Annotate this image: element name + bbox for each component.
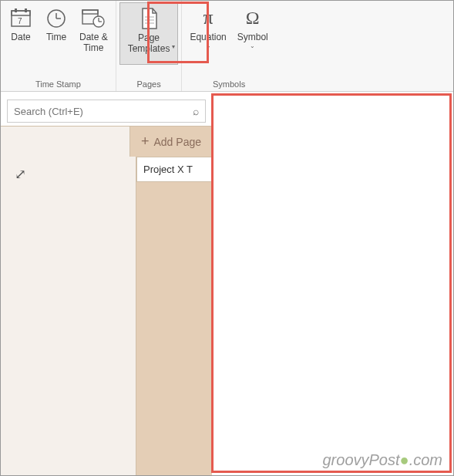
- calendar-date-icon: 7: [8, 5, 33, 30]
- page-item[interactable]: Project X T: [136, 157, 212, 182]
- clock-icon: [44, 5, 69, 30]
- date-label: Date: [11, 32, 30, 42]
- search-input[interactable]: [14, 106, 193, 117]
- svg-rect-3: [25, 8, 27, 12]
- add-page-label: Add Page: [154, 136, 202, 148]
- date-time-label: Date & Time: [79, 32, 108, 53]
- highlight-box: [147, 2, 209, 63]
- highlight-box: [211, 93, 452, 473]
- symbol-label: Symbol: [237, 32, 268, 42]
- ribbon-group-timestamp: 7 Date Time Date & Time Time Stamp: [1, 1, 116, 91]
- search-icon[interactable]: ⌕: [193, 105, 199, 117]
- group-label-pages: Pages: [136, 79, 160, 91]
- symbol-button[interactable]: Ω Symbol ⌄: [233, 2, 273, 52]
- svg-rect-9: [82, 10, 98, 14]
- page-list-area: ⤢ Project X T: [1, 157, 212, 475]
- svg-text:7: 7: [18, 17, 22, 25]
- time-label: Time: [46, 32, 66, 42]
- search-bar[interactable]: ⌕: [7, 100, 206, 123]
- group-label-timestamp: Time Stamp: [35, 79, 81, 91]
- plus-icon: +: [141, 133, 150, 150]
- date-button[interactable]: 7 Date: [4, 2, 38, 56]
- tab-area[interactable]: [1, 127, 130, 157]
- add-page-button[interactable]: + Add Page: [130, 127, 212, 157]
- date-time-button[interactable]: Date & Time: [75, 2, 113, 56]
- time-button[interactable]: Time: [39, 2, 73, 56]
- svg-rect-1: [12, 11, 30, 15]
- chevron-down-icon: ⌄: [250, 42, 255, 49]
- page-list: Project X T: [136, 157, 212, 475]
- note-canvas[interactable]: ⤢: [1, 157, 136, 475]
- left-panel: ⌕ + Add Page ⤢ Project X T: [1, 92, 212, 475]
- section-tab-bar: + Add Page: [1, 126, 212, 157]
- group-label-symbols: Symbols: [213, 79, 245, 91]
- calendar-clock-icon: [81, 5, 106, 30]
- omega-icon: Ω: [240, 5, 265, 30]
- ribbon: 7 Date Time Date & Time Time Stamp: [1, 1, 453, 92]
- svg-rect-2: [15, 8, 17, 12]
- expand-icon[interactable]: ⤢: [15, 166, 26, 183]
